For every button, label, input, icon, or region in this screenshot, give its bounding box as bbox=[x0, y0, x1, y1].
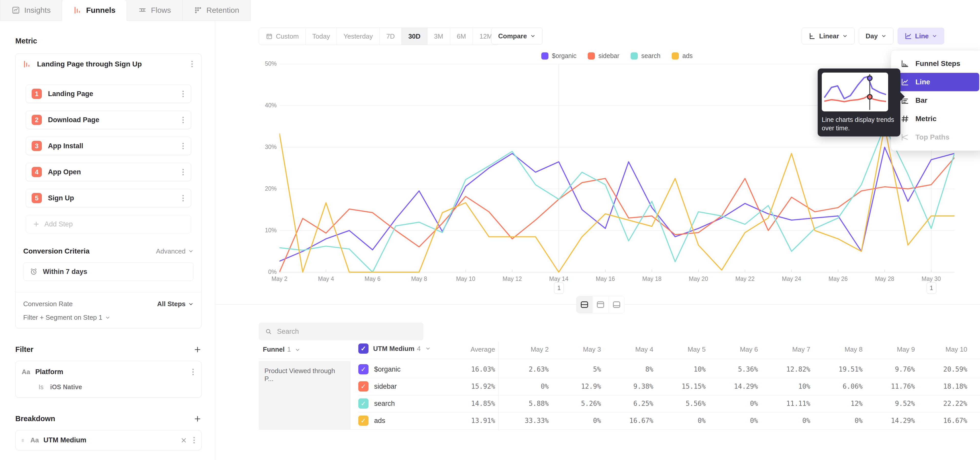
date-column-header[interactable]: May 9 bbox=[865, 345, 915, 353]
conversion-window-button[interactable]: Within 7 days bbox=[23, 262, 194, 281]
funnel-step[interactable]: 1Landing Page bbox=[26, 85, 191, 103]
filter-property-row[interactable]: Aa Platform bbox=[22, 367, 195, 377]
search-input[interactable] bbox=[277, 327, 417, 336]
date-column-header[interactable]: May 4 bbox=[604, 345, 653, 353]
series-checkbox[interactable]: ✓ bbox=[358, 415, 369, 426]
series-checkbox[interactable]: ✓ bbox=[358, 381, 369, 391]
date-column-header[interactable]: May 7 bbox=[760, 345, 810, 353]
step-kebab-menu[interactable] bbox=[181, 193, 185, 203]
compare-button[interactable]: Compare bbox=[491, 27, 542, 45]
all-steps-dropdown[interactable]: All Steps bbox=[157, 300, 194, 308]
range-7d[interactable]: 7D bbox=[380, 28, 402, 45]
date-column-header[interactable]: May 6 bbox=[708, 345, 758, 353]
annotation-badge[interactable]: 1 bbox=[554, 282, 564, 294]
filter-segment-dropdown[interactable]: Filter + Segment on Step 1 bbox=[16, 308, 201, 321]
breakdown-column-header[interactable]: ✓ UTM Medium4 bbox=[358, 343, 431, 354]
funnel-step[interactable]: 2Download Page bbox=[26, 111, 191, 129]
step-kebab-menu[interactable] bbox=[181, 168, 185, 177]
date-column-header[interactable]: May 5 bbox=[656, 345, 706, 353]
add-filter-button[interactable] bbox=[193, 345, 202, 354]
legend-item[interactable]: ads bbox=[672, 52, 693, 59]
layout-split-button[interactable] bbox=[576, 296, 593, 313]
metric-kebab-menu[interactable] bbox=[190, 59, 194, 69]
interval-label: Day bbox=[865, 32, 878, 40]
tab-funnels[interactable]: Funnels bbox=[62, 0, 127, 21]
menu-item-funnel-steps[interactable]: Funnel Steps bbox=[895, 54, 979, 73]
table-cell: 14.29% bbox=[865, 417, 915, 425]
advanced-dropdown[interactable]: Advanced bbox=[156, 248, 194, 255]
layout-top-icon bbox=[596, 300, 605, 310]
funnel-step[interactable]: 5Sign Up bbox=[26, 189, 191, 207]
step-kebab-menu[interactable] bbox=[181, 115, 185, 125]
date-column-header[interactable]: May 10 bbox=[918, 345, 967, 353]
table-cell: 16.67% bbox=[918, 417, 967, 425]
tab-label: Insights bbox=[24, 6, 51, 14]
funnel-name-cell[interactable]: Product Viewed through P... bbox=[259, 361, 351, 429]
step-number-badge: 2 bbox=[32, 115, 42, 125]
date-column-header[interactable]: May 2 bbox=[499, 345, 549, 353]
legend-label: ads bbox=[682, 52, 693, 59]
menu-item-label: Metric bbox=[915, 115, 936, 123]
tab-insights[interactable]: Insights bbox=[0, 0, 62, 21]
legend-swatch bbox=[672, 53, 679, 59]
retention-icon bbox=[194, 6, 202, 14]
funnel-step[interactable]: 4App Open bbox=[26, 163, 191, 181]
average-column-header[interactable]: Average bbox=[445, 345, 495, 353]
tab-label: Flows bbox=[151, 6, 171, 14]
range-3m[interactable]: 3M bbox=[428, 28, 450, 45]
range-yesterday[interactable]: Yesterday bbox=[337, 28, 380, 45]
legend-item[interactable]: search bbox=[631, 52, 660, 59]
funnel-column-header[interactable]: Funnel1 bbox=[263, 345, 301, 353]
table-cell: 5% bbox=[551, 366, 601, 373]
table-cell: 12.9% bbox=[551, 383, 601, 390]
series-checkbox[interactable]: ✓ bbox=[358, 398, 369, 409]
chart-legend: $organicsidebarsearchads bbox=[280, 52, 955, 59]
legend-item[interactable]: $organic bbox=[541, 52, 576, 59]
breakdown-kebab-menu[interactable] bbox=[192, 436, 196, 445]
funnel-steps-list: 1Landing Page2Download Page3App Install4… bbox=[16, 74, 201, 207]
interval-dropdown[interactable]: Day bbox=[859, 27, 894, 45]
metric-header[interactable]: Landing Page through Sign Up bbox=[16, 54, 201, 74]
remove-breakdown-button[interactable] bbox=[180, 437, 187, 444]
breakdown-card[interactable]: Aa UTM Medium bbox=[15, 430, 202, 450]
funnel-step[interactable]: 3App Install bbox=[26, 137, 191, 155]
menu-item-line[interactable]: Line bbox=[895, 73, 979, 91]
line-series-ads[interactable] bbox=[280, 126, 955, 272]
step-kebab-menu[interactable] bbox=[181, 141, 185, 151]
add-breakdown-button[interactable] bbox=[193, 415, 202, 423]
add-step-button[interactable]: Add Step bbox=[26, 215, 191, 233]
range-custom[interactable]: Custom bbox=[259, 28, 306, 45]
scale-dropdown[interactable]: Linear bbox=[802, 27, 855, 45]
tab-retention[interactable]: Retention bbox=[183, 0, 251, 21]
annotation-badge[interactable]: 1 bbox=[927, 282, 936, 294]
legend-item[interactable]: sidebar bbox=[588, 52, 619, 59]
table-cell: 2.63% bbox=[499, 366, 549, 373]
menu-item-bar[interactable]: Bar bbox=[895, 91, 979, 110]
filter-condition[interactable]: Is iOS Native bbox=[22, 377, 195, 391]
line-chart-tooltip: Line charts display trends over time. bbox=[818, 69, 900, 136]
line-series-organic[interactable] bbox=[280, 147, 955, 261]
series-name: ads bbox=[374, 417, 385, 425]
menu-item-metric[interactable]: Metric bbox=[895, 110, 979, 128]
insights-icon bbox=[11, 6, 20, 14]
step-kebab-menu[interactable] bbox=[181, 89, 185, 99]
step-number-badge: 5 bbox=[32, 193, 42, 203]
range-today[interactable]: Today bbox=[306, 28, 337, 45]
x-axis-tick: May 10 bbox=[445, 275, 486, 283]
drag-handle-icon[interactable] bbox=[21, 438, 26, 443]
layout-chart-button[interactable] bbox=[593, 296, 609, 313]
filter-kebab-menu[interactable] bbox=[191, 367, 195, 377]
date-column-header[interactable]: May 3 bbox=[551, 345, 601, 353]
layout-table-button[interactable] bbox=[609, 296, 625, 313]
tab-flows[interactable]: Flows bbox=[127, 0, 182, 21]
range-label: 3M bbox=[434, 32, 443, 40]
date-column-header[interactable]: May 8 bbox=[813, 345, 862, 353]
series-checkbox[interactable]: ✓ bbox=[358, 364, 369, 374]
menu-item-top-paths[interactable]: Top Paths bbox=[895, 128, 979, 147]
select-all-checkbox[interactable]: ✓ bbox=[358, 343, 369, 354]
range-30d[interactable]: 30D bbox=[402, 28, 428, 45]
query-builder-sidebar: Metric Landing Page through Sign Up 1Lan… bbox=[0, 21, 215, 460]
line-series-search[interactable] bbox=[280, 126, 955, 272]
range-6m[interactable]: 6M bbox=[450, 28, 473, 45]
chart-type-dropdown[interactable]: Line bbox=[897, 27, 944, 45]
